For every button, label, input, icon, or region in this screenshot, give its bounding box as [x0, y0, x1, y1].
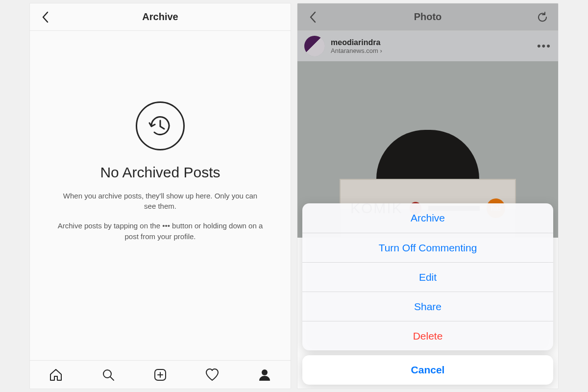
photo-screen: Photo meodiarindra Antaranews.com › ••• …: [297, 3, 559, 389]
back-button[interactable]: [305, 11, 321, 24]
post-header: meodiarindra Antaranews.com › •••: [297, 31, 558, 61]
empty-heading: No Archived Posts: [100, 164, 220, 181]
photo-header: Photo: [297, 3, 558, 31]
action-turn-off-commenting[interactable]: Turn Off Commenting: [302, 233, 553, 262]
bottom-tab-bar: [30, 360, 291, 389]
archive-screen: Archive No Archived Posts When you archi…: [29, 3, 291, 389]
refresh-button[interactable]: [535, 11, 550, 23]
tab-profile[interactable]: [250, 368, 279, 382]
history-icon: [136, 101, 185, 150]
dual-screenshot-stage: Archive No Archived Posts When you archi…: [29, 0, 559, 392]
more-options-button[interactable]: •••: [537, 40, 551, 52]
archive-empty-state: No Archived Posts When you archive posts…: [30, 31, 291, 360]
action-delete[interactable]: Delete: [302, 321, 553, 350]
action-sheet-group: Archive Turn Off Commenting Edit Share D…: [302, 203, 553, 350]
svg-line-1: [110, 377, 114, 380]
avatar[interactable]: [304, 36, 325, 56]
photo-title: Photo: [414, 11, 442, 23]
tab-search[interactable]: [94, 368, 123, 382]
archive-header: Archive: [30, 3, 291, 31]
empty-paragraph-2: Archive posts by tapping on the ••• butt…: [57, 220, 263, 242]
tab-new-post[interactable]: [146, 368, 175, 382]
action-edit[interactable]: Edit: [302, 262, 553, 292]
empty-paragraph-1: When you archive posts, they'll show up …: [57, 191, 263, 212]
action-sheet: Archive Turn Off Commenting Edit Share D…: [302, 203, 553, 385]
action-share[interactable]: Share: [302, 292, 553, 321]
svg-point-5: [262, 369, 268, 375]
tab-activity[interactable]: [197, 368, 227, 382]
tab-home[interactable]: [41, 368, 71, 382]
username[interactable]: meodiarindra: [331, 38, 382, 47]
action-archive[interactable]: Archive: [302, 203, 553, 233]
action-cancel[interactable]: Cancel: [302, 355, 553, 385]
location-text[interactable]: Antaranews.com ›: [331, 47, 382, 54]
back-button[interactable]: [38, 11, 53, 24]
archive-title: Archive: [142, 11, 178, 23]
post-header-text: meodiarindra Antaranews.com ›: [331, 38, 382, 54]
